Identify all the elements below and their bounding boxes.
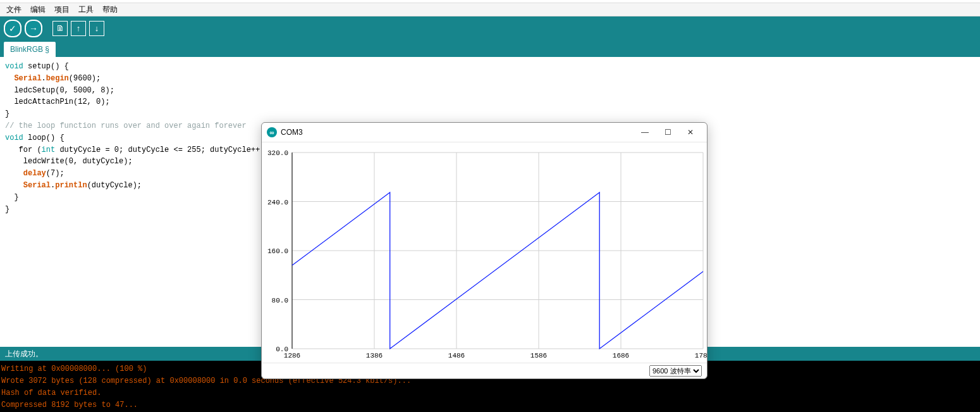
- save-button[interactable]: ↓: [89, 21, 104, 36]
- svg-text:320.0: 320.0: [267, 149, 288, 157]
- menu-sketch[interactable]: 项目: [52, 4, 72, 15]
- arduino-icon: ∞: [267, 127, 277, 137]
- minimize-button[interactable]: —: [634, 125, 656, 139]
- code-line: ledcAttachPin(12, 0);: [5, 96, 975, 108]
- baud-select[interactable]: 9600 波特率: [649, 365, 702, 377]
- code-line: ledcSetup(0, 5000, 8);: [5, 85, 975, 97]
- menu-file[interactable]: 文件: [4, 4, 24, 15]
- svg-text:1786: 1786: [695, 352, 707, 359]
- tab-blinkrgb[interactable]: BlinkRGB §: [4, 42, 56, 57]
- plotter-title: COM3: [281, 128, 303, 137]
- close-button[interactable]: ✕: [679, 125, 702, 139]
- menu-help[interactable]: 帮助: [100, 4, 120, 15]
- svg-text:240.0: 240.0: [267, 199, 288, 206]
- code-line: }: [5, 108, 975, 120]
- svg-text:1486: 1486: [448, 352, 465, 359]
- menu-bar: 文件 编辑 项目 工具 帮助: [0, 3, 980, 16]
- maximize-button[interactable]: ☐: [656, 125, 679, 139]
- code-line: void setup() {: [5, 61, 975, 73]
- svg-text:1286: 1286: [284, 352, 300, 359]
- serial-plotter-window: ∞ COM3 — ☐ ✕ 0.080.0160.0240.0320.012861…: [261, 122, 707, 379]
- open-button[interactable]: ↑: [71, 21, 86, 36]
- plotter-titlebar[interactable]: ∞ COM3 — ☐ ✕: [262, 123, 707, 142]
- code-line: Serial.begin(9600);: [5, 73, 975, 85]
- plotter-footer: 9600 波特率: [262, 363, 707, 378]
- verify-button[interactable]: ✓: [4, 20, 21, 37]
- svg-text:160.0: 160.0: [267, 247, 288, 255]
- status-text: 上传成功。: [5, 349, 43, 359]
- serial-plot-chart: 0.080.0160.0240.0320.0128613861486158616…: [262, 142, 707, 364]
- menu-edit[interactable]: 编辑: [28, 4, 48, 15]
- svg-text:1586: 1586: [530, 352, 547, 359]
- upload-button[interactable]: →: [25, 20, 42, 37]
- plot-area: 0.080.0160.0240.0320.0128613861486158616…: [262, 142, 707, 363]
- svg-text:1386: 1386: [366, 352, 383, 359]
- svg-text:80.0: 80.0: [272, 297, 288, 304]
- tab-strip: BlinkRGB §: [0, 40, 980, 57]
- new-button[interactable]: 🗎: [52, 21, 68, 36]
- toolbar: ✓ → 🗎 ↑ ↓: [0, 16, 980, 40]
- svg-text:1686: 1686: [613, 352, 629, 359]
- menu-tools[interactable]: 工具: [76, 4, 96, 15]
